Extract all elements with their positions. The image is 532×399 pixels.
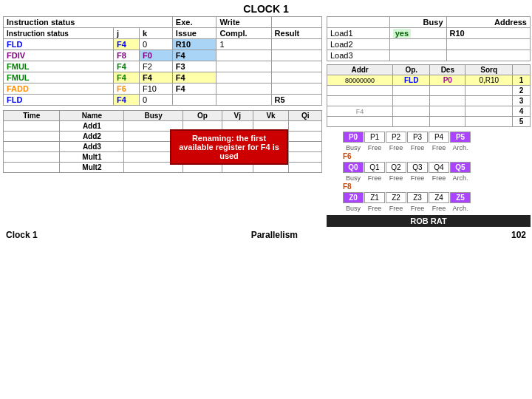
write-val: R5 <box>271 95 321 106</box>
address-col-header: Address <box>446 17 530 28</box>
reg-z-busy1: Free <box>364 205 385 212</box>
rob-row: 80000000 FLD P0 0,R10 1 <box>327 75 531 86</box>
address-val: R10 <box>446 28 530 39</box>
write-val <box>271 83 321 95</box>
reg-z2: Z2 <box>386 192 406 203</box>
reg-z4: Z4 <box>429 192 449 203</box>
j-val: F4 <box>113 95 139 106</box>
table-row: FLD F4 0 R10 1 <box>4 39 322 50</box>
k-val: F10 <box>140 83 173 95</box>
exe-val <box>216 95 271 106</box>
rob-rat-label: ROB RAT <box>327 215 531 227</box>
exe-header: Exe. <box>172 17 216 28</box>
reg-z1: Z1 <box>364 192 385 203</box>
list-item: Load2 <box>327 39 531 50</box>
issue-val: R10 <box>172 39 216 50</box>
instr-name: FDIV <box>4 50 114 61</box>
table-row: FADD F6 F10 F4 <box>4 83 322 95</box>
reg-z3: Z3 <box>407 192 428 203</box>
exe-val: 1 <box>216 39 271 50</box>
list-item: Load3 <box>327 50 531 61</box>
reg-p-busy3: Free <box>407 144 428 151</box>
rob-sorq: 0,R10 <box>466 75 513 86</box>
reg-q-busy0: Busy <box>343 174 364 182</box>
reg-z5: Z5 <box>450 192 471 203</box>
reg-p5: P5 <box>450 132 471 143</box>
reg-q2: Q2 <box>386 162 406 173</box>
clock-label: Clock 1 <box>6 230 38 240</box>
j-val: F4 <box>113 39 139 50</box>
j-val: F8 <box>113 50 139 61</box>
rob-row: 5 <box>327 117 531 127</box>
exe-val <box>216 83 271 95</box>
reg-z-busy5: Arch. <box>450 205 471 212</box>
load-name: Load1 <box>327 28 390 39</box>
j-val: F4 <box>113 72 139 83</box>
rs-time-header: Time <box>4 111 60 121</box>
rs-name: Mult2 <box>60 163 124 173</box>
instr-name: FLD <box>4 39 114 50</box>
register-q-section: Q0 Q1 Q2 Q3 Q4 Q5 Busy Free Free Free Fr… <box>327 162 531 191</box>
write-val <box>271 61 321 72</box>
table-row: FMUL F4 F4 F4 <box>4 72 322 83</box>
rob-sorq-header: Sorq <box>466 65 513 75</box>
issue-header: Issue <box>172 28 216 39</box>
page-number: 102 <box>511 230 526 240</box>
rs-busy-header: Busy <box>124 111 183 121</box>
write-val <box>271 39 321 50</box>
j-val: F4 <box>113 61 139 72</box>
write-val <box>271 50 321 61</box>
reg-p4: P4 <box>429 132 449 143</box>
reg-q-busy2: Free <box>386 174 406 182</box>
list-item: Load1 yes R10 <box>327 28 531 39</box>
register-p-section: P0 P1 P2 P3 P4 P5 Busy Free Free Free Fr… <box>327 132 531 160</box>
rename-tooltip: Renaming: the first available register f… <box>170 129 288 165</box>
reg-q-busy1: Free <box>364 174 385 182</box>
table-row: FLD F4 0 R5 <box>4 95 322 106</box>
busy-address-table: Busy Address Load1 yes R10 Load2 Load3 <box>327 16 531 61</box>
k-val: F2 <box>140 61 173 72</box>
exe-val <box>216 61 271 72</box>
reg-z0: Z0 <box>343 192 364 203</box>
issue-val: F4 <box>172 72 216 83</box>
reg-p-busy2: Free <box>386 144 406 151</box>
issue-val: F4 <box>172 83 216 95</box>
rob-op: FLD <box>393 75 430 86</box>
reg-p-busy1: Free <box>364 144 385 151</box>
rs-qi-header: Qi <box>289 111 322 121</box>
load-name: Load2 <box>327 39 390 50</box>
rob-section: Addr Op. Des Sorq 80000000 FLD P0 0,R10 … <box>327 64 531 127</box>
instr-col-header: Instruction status <box>4 28 114 39</box>
issue-val: F3 <box>172 61 216 72</box>
j-header: j <box>113 28 139 39</box>
rob-table: Addr Op. Des Sorq 80000000 FLD P0 0,R10 … <box>327 64 531 127</box>
reg-p2: P2 <box>386 132 406 143</box>
reg-p-busy4: Free <box>429 144 449 151</box>
write-val <box>271 72 321 83</box>
reg-z-busy3: Free <box>407 205 428 212</box>
instr-name: FADD <box>4 83 114 95</box>
rob-addr-header: Addr <box>327 65 393 75</box>
rob-row: F4 4 <box>327 106 531 117</box>
instruction-status-table: Instruction status Exe. Write Instructio… <box>3 16 322 106</box>
reg-z-busy2: Free <box>386 205 406 212</box>
rs-vj-header: Vj <box>222 111 253 121</box>
reg-q-busy3: Free <box>407 174 428 182</box>
k-header: k <box>140 28 173 39</box>
exe-val <box>216 50 271 61</box>
rob-row: 3 <box>327 96 531 106</box>
register-z-section: Z0 Z1 Z2 Z3 Z4 Z5 Busy Free Free Free Fr… <box>327 192 531 212</box>
rs-op-header: Op <box>183 111 222 121</box>
issue-val: F4 <box>172 50 216 61</box>
instr-name: FMUL <box>4 72 114 83</box>
reg-q0: Q0 <box>343 162 364 173</box>
instr-status-header: Instruction status <box>4 17 173 28</box>
parallelism-label: Parallelism <box>251 230 298 240</box>
reg-z-busy0: Busy <box>343 205 364 212</box>
busy-status: yes <box>393 29 411 38</box>
reg-z-busy4: Free <box>429 205 449 212</box>
compl-header: Compl. <box>216 28 271 39</box>
instr-name: FLD <box>4 95 114 106</box>
reg-p-busy5: Arch. <box>450 144 471 151</box>
instr-name: FMUL <box>4 61 114 72</box>
